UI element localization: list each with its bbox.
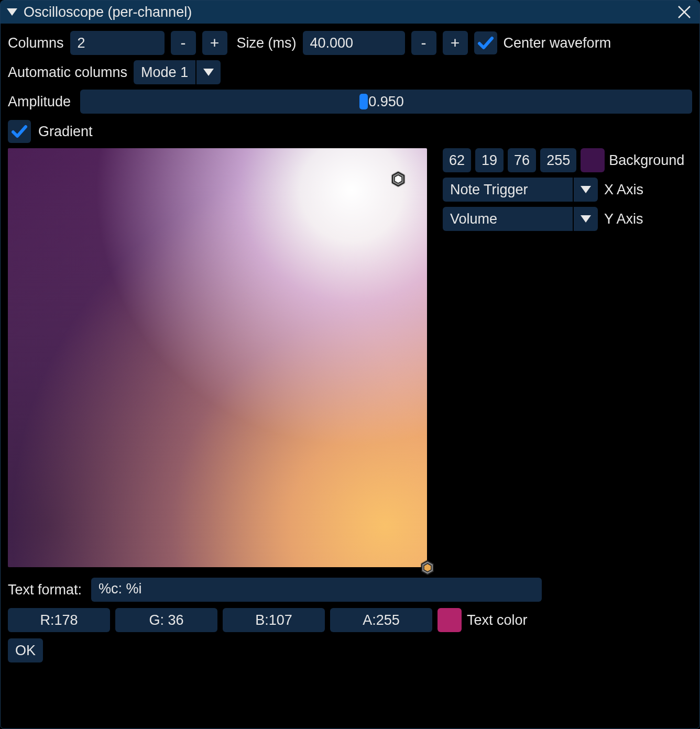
background-label: Background [609,152,684,169]
auto-columns-label: Automatic columns [8,64,127,81]
titlebar[interactable]: Oscilloscope (per-channel) [1,1,699,24]
x-axis-dropdown[interactable]: Note Trigger [443,178,598,202]
amplitude-label: Amplitude [8,94,71,110]
text-color-label: Text color [467,612,528,628]
size-minus-button[interactable]: - [411,31,436,55]
gradient-handle-2[interactable] [420,560,435,576]
text-format-input[interactable]: %c: %i [91,578,542,602]
text-format-label: Text format: [8,582,82,598]
window-title: Oscilloscope (per-channel) [24,4,675,20]
amplitude-slider[interactable]: 0.950 [80,90,692,114]
text-color-a-input[interactable]: A:255 [330,608,432,632]
background-b-input[interactable]: 76 [508,148,536,172]
text-color-r-input[interactable]: R:178 [8,608,110,632]
auto-columns-value: Mode 1 [134,60,195,84]
chevron-down-icon[interactable] [196,60,221,84]
gradient-label: Gradient [38,124,93,140]
background-g-input[interactable]: 19 [475,148,504,172]
size-plus-button[interactable]: + [443,31,468,55]
svg-marker-5 [424,564,431,572]
background-a-input[interactable]: 255 [540,148,576,172]
amplitude-value: 0.950 [368,94,404,110]
svg-marker-3 [395,175,402,183]
chevron-down-icon[interactable] [574,207,598,231]
close-button[interactable] [675,3,693,21]
auto-columns-dropdown[interactable]: Mode 1 [134,60,221,84]
gradient-color-map[interactable] [8,148,427,567]
background-r-input[interactable]: 62 [443,148,471,172]
center-waveform-label: Center waveform [504,35,611,51]
columns-input[interactable]: 2 [70,31,165,55]
ok-button[interactable]: OK [8,638,43,662]
center-waveform-checkbox[interactable] [474,31,497,54]
x-axis-value: Note Trigger [443,178,573,202]
text-color-swatch[interactable] [438,608,462,632]
size-label: Size (ms) [237,35,297,51]
collapse-icon[interactable] [7,8,17,16]
text-color-b-input[interactable]: B:107 [223,608,325,632]
gradient-checkbox[interactable] [8,120,31,143]
x-axis-label: X Axis [604,182,643,198]
slider-thumb[interactable] [359,94,368,109]
y-axis-label: Y Axis [604,211,643,227]
columns-plus-button[interactable]: + [202,31,227,55]
columns-label: Columns [8,35,64,51]
y-axis-value: Volume [443,207,573,231]
chevron-down-icon[interactable] [574,178,598,202]
columns-minus-button[interactable]: - [171,31,196,55]
gradient-handle-1[interactable] [390,171,406,187]
background-swatch[interactable] [581,148,605,172]
size-input[interactable]: 40.000 [303,31,405,55]
text-color-g-input[interactable]: G: 36 [115,608,217,632]
y-axis-dropdown[interactable]: Volume [443,207,598,231]
